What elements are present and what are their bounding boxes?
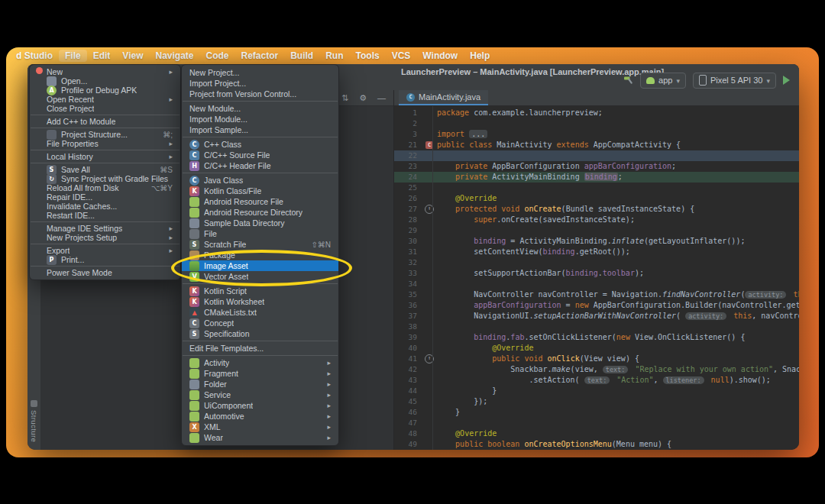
new-submenu-item-import-project[interactable]: Import Project... bbox=[182, 78, 338, 89]
menubar-item-vcs[interactable]: VCS bbox=[386, 50, 417, 62]
run-config-selector[interactable]: app bbox=[640, 73, 686, 89]
file-menu-item-new-projects-setup[interactable]: New Projects Setup bbox=[30, 233, 180, 242]
menu-item-label: Export bbox=[47, 246, 70, 255]
sort-icon[interactable]: ⇅ bbox=[341, 93, 348, 103]
file-menu-item-new[interactable]: New bbox=[30, 67, 180, 76]
new-submenu-item-package[interactable]: Package bbox=[182, 250, 338, 260]
file-menu-item-power-save-mode[interactable]: Power Save Mode bbox=[30, 268, 180, 277]
new-submenu-item-vector-asset[interactable]: VVector Asset bbox=[182, 271, 338, 282]
menubar-item-tools[interactable]: Tools bbox=[350, 50, 386, 62]
file-menu-item-file-properties[interactable]: File Properties bbox=[30, 139, 180, 148]
new-submenu-item-android-resource-directory[interactable]: Android Resource Directory bbox=[182, 207, 338, 218]
new-submenu-item-activity[interactable]: Activity bbox=[182, 357, 338, 368]
file-menu-item-export[interactable]: Export bbox=[30, 246, 180, 255]
menubar-item-edit[interactable]: Edit bbox=[87, 50, 117, 62]
file-menu-item-repair-ide[interactable]: Repair IDE... bbox=[30, 192, 180, 202]
new-submenu-item-automotive[interactable]: Automotive bbox=[182, 411, 338, 422]
new-submenu-item-sample-data-directory[interactable]: Sample Data Directory bbox=[182, 218, 338, 228]
submenu-arrow-icon bbox=[163, 95, 173, 103]
submenu-arrow-icon bbox=[321, 359, 331, 367]
new-submenu-item-kotlin-worksheet[interactable]: KKotlin Worksheet bbox=[182, 296, 338, 307]
file-menu-item-sync-project-with-gradle-files[interactable]: ↻Sync Project with Gradle Files bbox=[30, 174, 180, 183]
menubar-item-navigate[interactable]: Navigate bbox=[149, 50, 199, 62]
new-submenu-item-java-class[interactable]: CJava Class bbox=[182, 175, 338, 186]
new-submenu-item-c-c-source-file[interactable]: CC/C++ Source File bbox=[182, 150, 338, 160]
new-submenu-item-import-module[interactable]: Import Module... bbox=[182, 114, 338, 124]
file-menu-item-print[interactable]: PPrint... bbox=[30, 255, 180, 264]
file-menu-item-reload-all-from-disk[interactable]: Reload All from Disk⌥⌘Y bbox=[30, 183, 180, 192]
new-submenu-item-specification[interactable]: SSpecification bbox=[182, 328, 338, 339]
new-submenu-item-import-sample[interactable]: Import Sample... bbox=[182, 124, 338, 135]
build-hammer-icon[interactable] bbox=[623, 75, 633, 86]
new-submenu-item-c-class[interactable]: CC++ Class bbox=[182, 139, 338, 150]
new-submenu-item-android-resource-file[interactable]: Android Resource File bbox=[182, 196, 338, 207]
new-submenu-item-wear[interactable]: Wear bbox=[182, 432, 338, 443]
new-submenu-item-concept[interactable]: CConcept bbox=[182, 318, 338, 328]
menubar-item-file[interactable]: File bbox=[59, 50, 87, 62]
new-submenu-item-kotlin-class-file[interactable]: KKotlin Class/File bbox=[182, 186, 338, 196]
file-menu-item-open-recent[interactable]: Open Recent bbox=[30, 95, 180, 104]
code-line-44: 44 } bbox=[394, 386, 799, 396]
new-submenu-item-scratch-file[interactable]: SScratch File⇧⌘N bbox=[182, 239, 338, 250]
menubar-item-help[interactable]: Help bbox=[464, 50, 496, 62]
file-menu-item-local-history[interactable]: Local History bbox=[30, 152, 180, 161]
new-submenu-item-file[interactable]: File bbox=[182, 228, 338, 239]
new-submenu-item-new-module[interactable]: New Module... bbox=[182, 103, 338, 114]
new-submenu-item-c-c-header-file[interactable]: HC/C++ Header File bbox=[182, 160, 338, 171]
device-selector[interactable]: Pixel 5 API 30 bbox=[693, 73, 776, 89]
menu-item-label: Folder bbox=[204, 380, 227, 389]
android-icon bbox=[189, 412, 199, 422]
settings-gear-icon[interactable]: ⚙ bbox=[359, 93, 367, 103]
file-menu-item-close-project[interactable]: Close Project bbox=[30, 104, 180, 113]
new-submenu-item-fragment[interactable]: Fragment bbox=[182, 368, 338, 379]
new-submenu-item-image-asset[interactable]: Image Asset bbox=[182, 260, 338, 271]
menu-item-label: Android Resource File bbox=[204, 197, 283, 206]
new-submenu-item-project-from-version-control[interactable]: Project from Version Control... bbox=[182, 89, 338, 99]
window-close-button[interactable] bbox=[36, 67, 43, 74]
file-menu-item-profile-or-debug-apk[interactable]: AProfile or Debug APK bbox=[30, 86, 180, 95]
menu-item-label: C++ Class bbox=[204, 140, 241, 149]
code-line-48: 48 @Override bbox=[394, 428, 799, 439]
file-menu-item-manage-ide-settings[interactable]: Manage IDE Settings bbox=[30, 224, 180, 233]
new-submenu-item-cmakelists-txt[interactable]: ▲CMakeLists.txt bbox=[182, 307, 338, 318]
new-submenu-item-folder[interactable]: Folder bbox=[182, 379, 338, 389]
editor[interactable]: MainActivity.java 1package com.example.l… bbox=[394, 90, 799, 450]
code-line-31: 31 setContentView(binding.getRoot()); bbox=[394, 247, 799, 257]
code-area[interactable]: 1package com.example.launcherpreview;23i… bbox=[394, 106, 799, 450]
new-submenu-item-xml[interactable]: XXML bbox=[182, 422, 338, 432]
new-submenu-item-uicomponent[interactable]: UiComponent bbox=[182, 400, 338, 411]
android-icon bbox=[189, 369, 199, 379]
file-menu-item-invalidate-caches[interactable]: Invalidate Caches... bbox=[30, 202, 180, 211]
menu-item-label: New Project... bbox=[189, 68, 239, 77]
run-button[interactable] bbox=[783, 76, 790, 85]
new-submenu: New Project...Import Project...Project f… bbox=[181, 64, 339, 446]
tab-mainactivity-java[interactable]: MainActivity.java bbox=[399, 90, 488, 105]
editor-tabbar: MainActivity.java bbox=[394, 90, 799, 106]
menubar-item-refactor[interactable]: Refactor bbox=[235, 50, 285, 62]
new-submenu-item-new-project[interactable]: New Project... bbox=[182, 67, 338, 78]
cpp-class-icon: C bbox=[189, 140, 199, 150]
submenu-arrow-icon bbox=[163, 68, 173, 76]
package-icon bbox=[189, 250, 199, 260]
file-menu-item-open[interactable]: Open... bbox=[30, 76, 180, 86]
file-menu-item-project-structure[interactable]: Project Structure...⌘; bbox=[30, 130, 180, 139]
file-menu-item-save-all[interactable]: SSave All⌘S bbox=[30, 165, 180, 174]
hide-panel-icon[interactable]: — bbox=[377, 93, 386, 102]
new-submenu-item-edit-file-templates[interactable]: Edit File Templates... bbox=[182, 343, 338, 354]
file-menu-item-restart-ide[interactable]: Restart IDE... bbox=[30, 211, 180, 220]
new-submenu-item-kotlin-script[interactable]: KKotlin Script bbox=[182, 286, 338, 296]
code-line-27: 27 protected void onCreate(Bundle savedI… bbox=[394, 204, 799, 215]
menubar-item-window[interactable]: Window bbox=[416, 50, 464, 62]
menubar-item-build[interactable]: Build bbox=[284, 50, 319, 62]
chevron-down-icon bbox=[676, 76, 680, 85]
file-menu-item-add-c-to-module[interactable]: Add C++ to Module bbox=[30, 117, 180, 126]
menu-separator bbox=[183, 137, 338, 137]
code-line-36: 36 appBarConfiguration = new AppBarConfi… bbox=[394, 300, 799, 311]
menubar-item-run[interactable]: Run bbox=[319, 50, 349, 62]
tool-window-button-structure[interactable]: Structure bbox=[30, 400, 38, 442]
menu-item-label: Vector Asset bbox=[204, 272, 248, 281]
cpp-header-icon: H bbox=[189, 161, 199, 171]
menubar-item-code[interactable]: Code bbox=[200, 50, 235, 62]
new-submenu-item-service[interactable]: Service bbox=[182, 389, 338, 400]
menubar-item-view[interactable]: View bbox=[116, 50, 149, 62]
